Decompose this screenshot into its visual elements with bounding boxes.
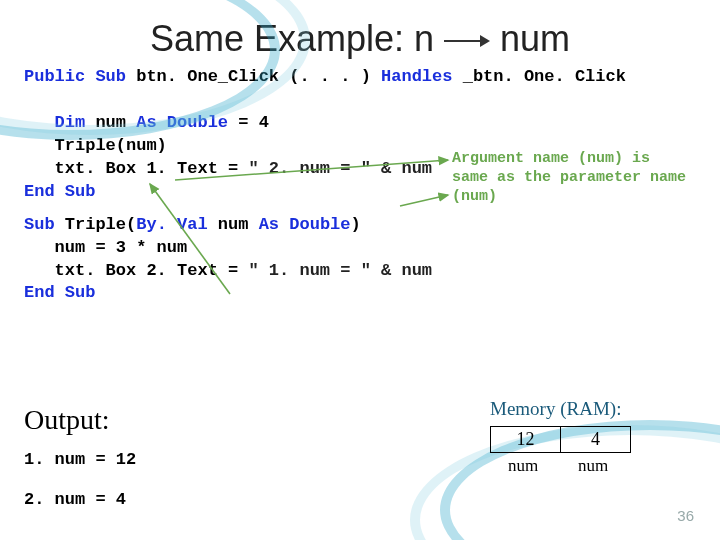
code-text: " 2. num = " & num: [248, 159, 432, 178]
memory-cell-2: 4: [561, 427, 631, 453]
annotation-note: Argument name (num) is same as the param…: [452, 150, 702, 206]
memory-table: 12 4: [490, 426, 631, 453]
code-text: As Double: [259, 215, 351, 234]
code-text: txt. Box 1. Text =: [24, 159, 248, 178]
slide-number: 36: [677, 507, 694, 524]
output-line-2: 2. num = 4: [24, 490, 126, 509]
output-line-1: 1. num = 12: [24, 450, 136, 469]
code-text: " 1. num = " & num: [248, 261, 432, 280]
code-text: _btn. One. Click: [463, 67, 626, 86]
code-text: Sub: [24, 215, 65, 234]
code-text: num: [218, 215, 259, 234]
memory-label-2: num: [578, 456, 608, 476]
code-text: num = 3 * num: [24, 238, 187, 257]
note-line: same as the parameter name: [452, 169, 702, 188]
arrow-right-icon: [444, 36, 490, 46]
code-text: ): [351, 215, 361, 234]
note-line: (num): [452, 188, 702, 207]
code-text: = 4: [238, 113, 269, 132]
code-text: Handles: [381, 67, 463, 86]
note-line: Argument name (num) is: [452, 150, 702, 169]
code-text: Triple(: [65, 215, 136, 234]
code-text: By. Val: [136, 215, 218, 234]
code-text: End Sub: [24, 283, 95, 302]
code-block-2: Sub Triple(By. Val num As Double) num = …: [0, 204, 720, 306]
memory-cell-1: 12: [491, 427, 561, 453]
output-heading: Output:: [24, 404, 110, 436]
code-text: End Sub: [24, 182, 95, 201]
memory-label-1: num: [508, 456, 538, 476]
memory-title: Memory (RAM):: [490, 398, 621, 420]
title-post: num: [500, 18, 570, 59]
code-text: txt. Box 2. Text =: [24, 261, 248, 280]
